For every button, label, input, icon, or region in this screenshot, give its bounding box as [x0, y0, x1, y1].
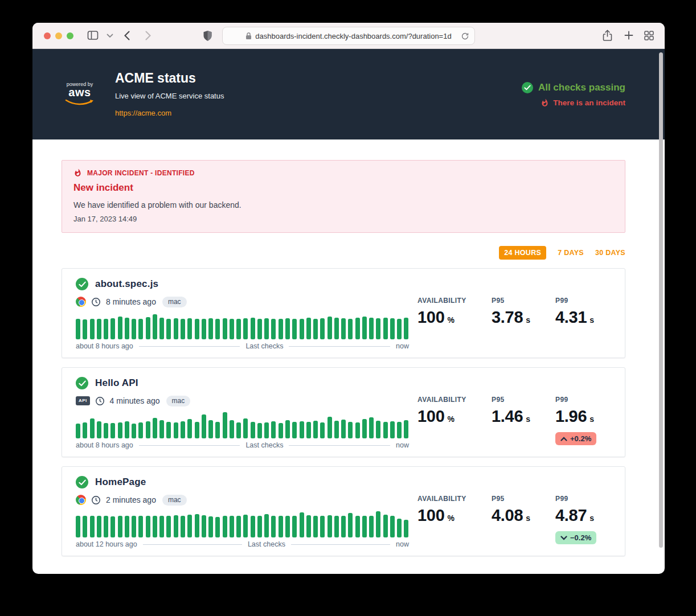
divider-line — [289, 346, 390, 347]
page-scrollbar[interactable] — [659, 52, 663, 548]
chart-center-label: Last checks — [245, 342, 283, 350]
check-history-bar-chart — [76, 313, 409, 339]
check-card-hello-api: Hello API API 4 minutes ago mac about 8 … — [62, 367, 625, 457]
p95-value: 1.46 — [492, 407, 523, 426]
tag-pill: mac — [166, 396, 191, 406]
incident-description: We have identified a problem with our ba… — [73, 200, 613, 210]
url-text: dashboards-incident.checkly-dashboards.c… — [255, 32, 451, 40]
p99-label: P99 — [555, 495, 611, 503]
incident-title: New incident — [73, 182, 613, 194]
availability-label: AVAILABILITY — [417, 495, 492, 503]
share-icon[interactable] — [603, 30, 612, 42]
p99-value: 1.96 — [555, 407, 587, 426]
aws-smile-icon — [65, 99, 95, 105]
flame-icon — [73, 169, 82, 177]
page-title: ACME status — [115, 71, 224, 86]
divider-line — [143, 544, 242, 545]
clock-icon — [95, 396, 105, 406]
new-tab-icon[interactable] — [624, 31, 633, 40]
chevron-down-icon — [560, 536, 567, 540]
divider-line — [291, 544, 390, 545]
chart-end-label: now — [396, 342, 409, 350]
availability-label: AVAILABILITY — [417, 297, 492, 305]
main-content: MAJOR INCIDENT - IDENTIFIED New incident… — [32, 160, 665, 556]
clock-icon — [91, 495, 101, 505]
forward-button[interactable] — [145, 30, 152, 41]
time-range-selector: 24 HOURS 7 DAYS 30 DAYS — [62, 246, 625, 260]
all-passing-check-icon — [522, 82, 533, 93]
p99-delta-badge: +0.2% — [555, 432, 596, 445]
chart-start-label: about 8 hours ago — [76, 441, 133, 449]
address-bar[interactable]: dashboards-incident.checkly-dashboards.c… — [222, 27, 475, 45]
range-7-days-button[interactable]: 7 DAYS — [558, 249, 584, 257]
chart-start-label: about 12 hours ago — [76, 540, 137, 548]
acme-link[interactable]: https://acme.com — [115, 109, 171, 117]
chevron-down-icon[interactable] — [107, 34, 113, 38]
status-page-header: powered by aws ACME status Live view of … — [32, 49, 665, 139]
last-run-text: 8 minutes ago — [106, 297, 156, 306]
tab-overview-icon[interactable] — [644, 31, 654, 40]
sidebar-toggle-icon[interactable] — [87, 30, 99, 40]
page-subtitle: Live view of ACME service status — [115, 92, 224, 100]
chevron-up-icon — [560, 437, 567, 441]
availability-value: 100 — [417, 407, 445, 426]
p95-label: P95 — [492, 495, 555, 503]
p99-value: 4.87 — [555, 506, 587, 525]
chart-center-label: Last checks — [245, 441, 283, 449]
privacy-shield-icon[interactable] — [203, 30, 212, 42]
chart-end-label: now — [396, 540, 409, 548]
availability-label: AVAILABILITY — [417, 396, 492, 404]
check-passing-icon — [76, 377, 88, 389]
availability-value: 100 — [417, 308, 445, 327]
chart-start-label: about 8 hours ago — [76, 342, 133, 350]
minimize-window-button[interactable] — [55, 32, 62, 39]
traffic-lights — [44, 32, 73, 39]
divider-line — [139, 445, 240, 446]
incident-flame-icon — [541, 98, 549, 107]
chrome-browser-icon — [76, 495, 86, 505]
range-30-days-button[interactable]: 30 DAYS — [595, 249, 625, 257]
last-run-text: 4 minutes ago — [110, 396, 160, 405]
check-passing-icon — [76, 476, 88, 488]
check-name: Hello API — [95, 377, 138, 389]
incident-severity-label: MAJOR INCIDENT - IDENTIFIED — [87, 169, 195, 177]
api-type-badge: API — [76, 396, 90, 405]
incident-banner: MAJOR INCIDENT - IDENTIFIED New incident… — [62, 160, 625, 233]
divider-line — [139, 346, 240, 347]
check-history-bar-chart — [76, 511, 409, 537]
status-incident-text: There is an incident — [553, 98, 625, 107]
tag-pill: mac — [162, 297, 187, 307]
check-card-homepage: HomePage 2 minutes ago mac about 12 hour… — [62, 466, 625, 556]
reload-icon[interactable] — [461, 31, 469, 43]
browser-toolbar: dashboards-incident.checkly-dashboards.c… — [32, 23, 665, 49]
p95-label: P95 — [492, 396, 555, 404]
p99-value: 4.31 — [555, 308, 587, 327]
aws-logo: powered by aws — [62, 81, 98, 108]
p99-label: P99 — [555, 396, 611, 404]
status-ok-text: All checks passing — [538, 82, 625, 93]
lock-icon — [245, 32, 252, 40]
divider-line — [289, 445, 390, 446]
check-name: about.spec.js — [95, 278, 158, 290]
back-button[interactable] — [124, 30, 130, 41]
tag-pill: mac — [162, 495, 187, 506]
browser-window: dashboards-incident.checkly-dashboards.c… — [32, 23, 665, 574]
p99-label: P99 — [555, 297, 611, 305]
check-card-about-spec-js: about.spec.js 8 minutes ago mac about 8 … — [62, 268, 625, 358]
close-window-button[interactable] — [44, 32, 51, 39]
check-name: HomePage — [95, 477, 146, 488]
p95-value: 4.08 — [492, 506, 523, 525]
zoom-window-button[interactable] — [67, 32, 73, 39]
check-passing-icon — [76, 278, 88, 290]
chart-center-label: Last checks — [248, 540, 285, 548]
range-24-hours-button[interactable]: 24 HOURS — [499, 246, 546, 260]
availability-value: 100 — [417, 506, 445, 525]
p99-delta-badge: −0.2% — [555, 531, 596, 544]
chart-end-label: now — [396, 441, 409, 449]
last-run-text: 2 minutes ago — [106, 495, 156, 504]
p95-label: P95 — [492, 297, 555, 305]
chrome-browser-icon — [76, 297, 86, 307]
check-history-bar-chart — [76, 412, 409, 438]
clock-icon — [91, 297, 101, 307]
p95-value: 3.78 — [492, 308, 523, 327]
